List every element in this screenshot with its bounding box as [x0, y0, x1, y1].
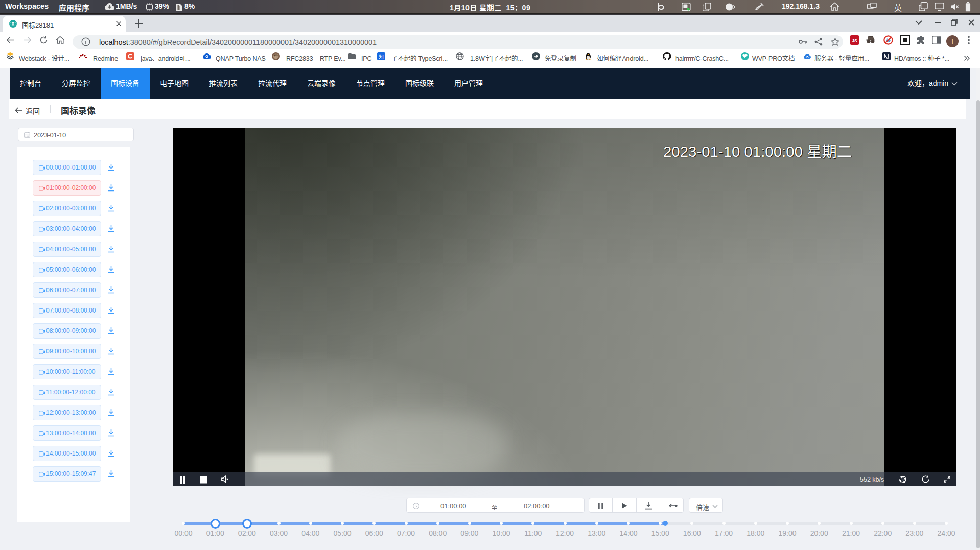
svg-text:JS: JS [852, 38, 857, 43]
svg-text:知: 知 [379, 52, 384, 60]
svg-text:I: I [951, 38, 953, 45]
